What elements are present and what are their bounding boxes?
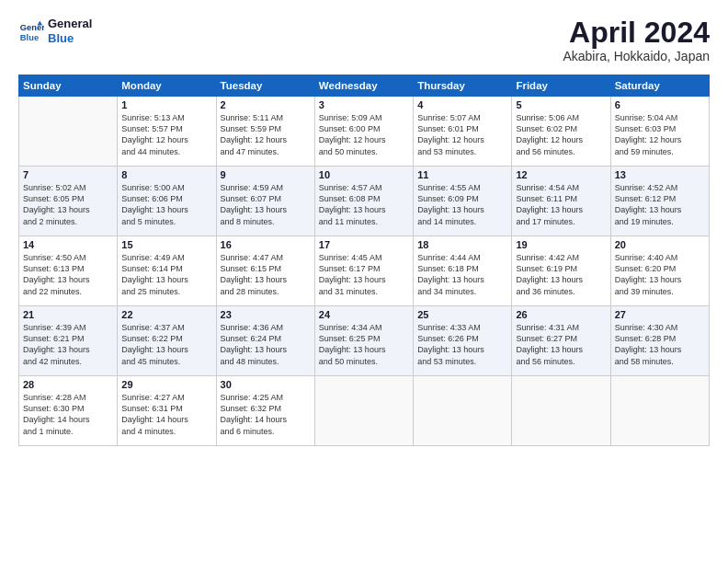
table-row: 23Sunrise: 4:36 AMSunset: 6:24 PMDayligh… bbox=[216, 306, 314, 376]
day-info: Sunrise: 4:55 AMSunset: 6:09 PMDaylight:… bbox=[417, 182, 507, 227]
table-row: 18Sunrise: 4:44 AMSunset: 6:18 PMDayligh… bbox=[414, 236, 512, 306]
table-row: 2Sunrise: 5:11 AMSunset: 5:59 PMDaylight… bbox=[216, 97, 314, 167]
col-sunday: Sunday bbox=[19, 75, 118, 97]
table-row: 24Sunrise: 4:34 AMSunset: 6:25 PMDayligh… bbox=[314, 306, 413, 376]
week-row: 1Sunrise: 5:13 AMSunset: 5:57 PMDaylight… bbox=[19, 97, 710, 167]
day-number: 22 bbox=[121, 309, 211, 320]
day-number: 16 bbox=[221, 239, 311, 250]
header: General Blue General Blue April 2024 Aka… bbox=[18, 17, 710, 63]
table-row bbox=[414, 376, 512, 446]
table-row: 17Sunrise: 4:45 AMSunset: 6:17 PMDayligh… bbox=[314, 236, 413, 306]
day-info: Sunrise: 5:09 AMSunset: 6:00 PMDaylight:… bbox=[319, 112, 409, 157]
day-info: Sunrise: 4:34 AMSunset: 6:25 PMDaylight:… bbox=[319, 322, 409, 367]
day-number: 20 bbox=[615, 239, 705, 250]
table-row: 4Sunrise: 5:07 AMSunset: 6:01 PMDaylight… bbox=[414, 97, 512, 167]
day-number: 4 bbox=[417, 99, 507, 110]
logo-icon: General Blue bbox=[18, 18, 44, 44]
svg-text:Blue: Blue bbox=[20, 33, 39, 42]
day-number: 2 bbox=[221, 99, 311, 110]
day-number: 19 bbox=[516, 239, 606, 250]
table-row: 12Sunrise: 4:54 AMSunset: 6:11 PMDayligh… bbox=[512, 167, 610, 236]
day-number: 24 bbox=[319, 309, 409, 320]
day-info: Sunrise: 5:13 AMSunset: 5:57 PMDaylight:… bbox=[121, 112, 211, 157]
week-row: 28Sunrise: 4:28 AMSunset: 6:30 PMDayligh… bbox=[19, 376, 710, 446]
day-info: Sunrise: 4:52 AMSunset: 6:12 PMDaylight:… bbox=[615, 182, 705, 227]
table-row: 10Sunrise: 4:57 AMSunset: 6:08 PMDayligh… bbox=[314, 167, 413, 236]
table-row bbox=[19, 97, 118, 167]
day-number: 23 bbox=[221, 309, 311, 320]
table-row: 26Sunrise: 4:31 AMSunset: 6:27 PMDayligh… bbox=[512, 306, 610, 376]
week-row: 14Sunrise: 4:50 AMSunset: 6:13 PMDayligh… bbox=[19, 236, 710, 306]
day-number: 18 bbox=[417, 239, 507, 250]
day-info: Sunrise: 4:33 AMSunset: 6:26 PMDaylight:… bbox=[417, 322, 507, 367]
table-row: 27Sunrise: 4:30 AMSunset: 6:28 PMDayligh… bbox=[610, 306, 709, 376]
logo: General Blue General Blue bbox=[18, 17, 92, 45]
day-number: 11 bbox=[417, 169, 507, 180]
day-number: 7 bbox=[23, 169, 113, 180]
table-row: 25Sunrise: 4:33 AMSunset: 6:26 PMDayligh… bbox=[414, 306, 512, 376]
day-info: Sunrise: 5:07 AMSunset: 6:01 PMDaylight:… bbox=[417, 112, 507, 157]
day-info: Sunrise: 4:28 AMSunset: 6:30 PMDaylight:… bbox=[23, 392, 113, 437]
day-info: Sunrise: 4:59 AMSunset: 6:07 PMDaylight:… bbox=[221, 182, 311, 227]
table-row: 19Sunrise: 4:42 AMSunset: 6:19 PMDayligh… bbox=[512, 236, 610, 306]
day-info: Sunrise: 5:11 AMSunset: 5:59 PMDaylight:… bbox=[221, 112, 311, 157]
page: General Blue General Blue April 2024 Aka… bbox=[0, 0, 728, 563]
day-info: Sunrise: 4:44 AMSunset: 6:18 PMDaylight:… bbox=[417, 252, 507, 297]
table-row: 9Sunrise: 4:59 AMSunset: 6:07 PMDaylight… bbox=[216, 167, 314, 236]
day-info: Sunrise: 5:04 AMSunset: 6:03 PMDaylight:… bbox=[615, 112, 705, 157]
table-row: 14Sunrise: 4:50 AMSunset: 6:13 PMDayligh… bbox=[19, 236, 118, 306]
day-number: 12 bbox=[516, 169, 606, 180]
day-info: Sunrise: 4:57 AMSunset: 6:08 PMDaylight:… bbox=[319, 182, 409, 227]
day-number: 17 bbox=[319, 239, 409, 250]
col-saturday: Saturday bbox=[610, 75, 709, 97]
table-row: 20Sunrise: 4:40 AMSunset: 6:20 PMDayligh… bbox=[610, 236, 709, 306]
col-monday: Monday bbox=[118, 75, 216, 97]
location: Akabira, Hokkaido, Japan bbox=[563, 49, 710, 63]
day-number: 27 bbox=[615, 309, 705, 320]
table-row: 22Sunrise: 4:37 AMSunset: 6:22 PMDayligh… bbox=[118, 306, 216, 376]
day-number: 9 bbox=[221, 169, 311, 180]
day-number: 14 bbox=[23, 239, 113, 250]
day-number: 28 bbox=[23, 379, 113, 390]
day-info: Sunrise: 4:50 AMSunset: 6:13 PMDaylight:… bbox=[23, 252, 113, 297]
table-row: 30Sunrise: 4:25 AMSunset: 6:32 PMDayligh… bbox=[216, 376, 314, 446]
table-row: 15Sunrise: 4:49 AMSunset: 6:14 PMDayligh… bbox=[118, 236, 216, 306]
table-row: 29Sunrise: 4:27 AMSunset: 6:31 PMDayligh… bbox=[118, 376, 216, 446]
day-info: Sunrise: 5:02 AMSunset: 6:05 PMDaylight:… bbox=[23, 182, 113, 227]
day-number: 1 bbox=[121, 99, 211, 110]
day-info: Sunrise: 4:27 AMSunset: 6:31 PMDaylight:… bbox=[121, 392, 211, 437]
day-info: Sunrise: 4:47 AMSunset: 6:15 PMDaylight:… bbox=[221, 252, 311, 297]
day-number: 10 bbox=[319, 169, 409, 180]
day-number: 3 bbox=[319, 99, 409, 110]
day-number: 26 bbox=[516, 309, 606, 320]
day-number: 15 bbox=[121, 239, 211, 250]
table-row bbox=[610, 376, 709, 446]
table-row: 13Sunrise: 4:52 AMSunset: 6:12 PMDayligh… bbox=[610, 167, 709, 236]
week-row: 7Sunrise: 5:02 AMSunset: 6:05 PMDaylight… bbox=[19, 167, 710, 236]
header-row: Sunday Monday Tuesday Wednesday Thursday… bbox=[19, 75, 710, 97]
day-info: Sunrise: 4:25 AMSunset: 6:32 PMDaylight:… bbox=[221, 392, 311, 437]
day-number: 8 bbox=[121, 169, 211, 180]
day-info: Sunrise: 4:54 AMSunset: 6:11 PMDaylight:… bbox=[516, 182, 606, 227]
month-year: April 2024 bbox=[563, 17, 710, 49]
logo-text: General Blue bbox=[48, 17, 92, 45]
table-row: 11Sunrise: 4:55 AMSunset: 6:09 PMDayligh… bbox=[414, 167, 512, 236]
day-number: 13 bbox=[615, 169, 705, 180]
col-thursday: Thursday bbox=[414, 75, 512, 97]
table-row: 8Sunrise: 5:00 AMSunset: 6:06 PMDaylight… bbox=[118, 167, 216, 236]
day-info: Sunrise: 4:31 AMSunset: 6:27 PMDaylight:… bbox=[516, 322, 606, 367]
col-wednesday: Wednesday bbox=[314, 75, 413, 97]
day-info: Sunrise: 4:40 AMSunset: 6:20 PMDaylight:… bbox=[615, 252, 705, 297]
table-row: 16Sunrise: 4:47 AMSunset: 6:15 PMDayligh… bbox=[216, 236, 314, 306]
title-block: April 2024 Akabira, Hokkaido, Japan bbox=[563, 17, 710, 63]
day-number: 25 bbox=[417, 309, 507, 320]
table-row: 3Sunrise: 5:09 AMSunset: 6:00 PMDaylight… bbox=[314, 97, 413, 167]
table-row: 5Sunrise: 5:06 AMSunset: 6:02 PMDaylight… bbox=[512, 97, 610, 167]
day-info: Sunrise: 4:36 AMSunset: 6:24 PMDaylight:… bbox=[221, 322, 311, 367]
table-row: 28Sunrise: 4:28 AMSunset: 6:30 PMDayligh… bbox=[19, 376, 118, 446]
day-number: 21 bbox=[23, 309, 113, 320]
table-row: 1Sunrise: 5:13 AMSunset: 5:57 PMDaylight… bbox=[118, 97, 216, 167]
day-info: Sunrise: 4:39 AMSunset: 6:21 PMDaylight:… bbox=[23, 322, 113, 367]
calendar: Sunday Monday Tuesday Wednesday Thursday… bbox=[18, 75, 710, 446]
day-info: Sunrise: 4:42 AMSunset: 6:19 PMDaylight:… bbox=[516, 252, 606, 297]
